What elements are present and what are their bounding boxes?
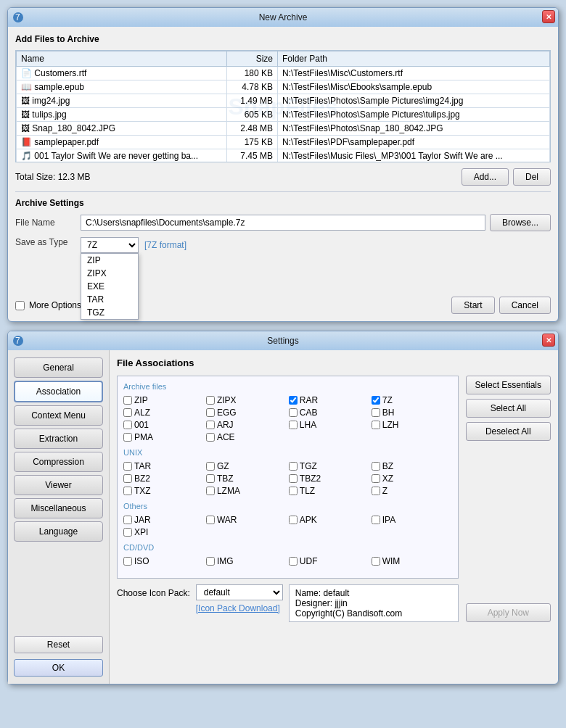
checkbox-tbz2[interactable] [289,474,298,483]
table-row[interactable]: 📖 sample.epub4.78 KBN:\TestFiles\Misc\Eb… [17,80,550,94]
checkbox-tgz[interactable] [289,462,298,471]
assoc-item-bz2[interactable]: BZ2 [123,473,204,484]
checkbox-lha[interactable] [289,421,298,429]
checkbox-rar[interactable] [289,396,298,405]
checkbox-tlz[interactable] [289,487,298,495]
checkbox-7z[interactable] [372,396,380,405]
assoc-item-war[interactable]: WAR [206,515,287,525]
assoc-item-001[interactable]: 001 [123,420,204,430]
assoc-item-xpi[interactable]: XPI [123,527,204,537]
filename-input[interactable] [81,215,485,231]
dropdown-item-zip[interactable]: ZIP [81,254,138,267]
table-row[interactable]: 🖼 Snap_180_8042.JPG2.48 MBN:\TestFiles\P… [17,122,550,136]
checkbox-udf[interactable] [289,557,298,566]
checkbox-ipa[interactable] [372,516,380,524]
assoc-item-bz[interactable]: BZ [372,461,452,471]
start-button[interactable]: Start [451,297,494,314]
sidebar-item-general[interactable]: General [14,357,103,378]
dropdown-item-exe[interactable]: EXE [81,280,138,293]
icon-pack-select[interactable]: default [196,584,283,600]
checkbox-wim[interactable] [372,557,380,566]
assoc-item-udf[interactable]: UDF [289,556,369,566]
assoc-item-bh[interactable]: BH [372,408,452,418]
assoc-item-tbz[interactable]: TBZ [206,473,287,484]
add-button[interactable]: Add... [462,168,509,186]
checkbox-pma[interactable] [123,433,132,442]
settings-close-button[interactable]: ✕ [542,334,555,347]
checkbox-egg[interactable] [206,408,215,417]
assoc-item-lha[interactable]: LHA [289,420,369,430]
archive-close-button[interactable]: ✕ [542,10,555,23]
checkbox-ace[interactable] [206,433,215,442]
checkbox-arj[interactable] [206,421,215,429]
table-row[interactable]: 📄 Customers.rtf180 KBN:\TestFiles\Misc\C… [17,67,550,80]
checkbox-gz[interactable] [206,462,215,471]
assoc-item-gz[interactable]: GZ [206,461,287,471]
ok-button[interactable]: OK [14,659,103,677]
assoc-item-7z[interactable]: 7Z [372,395,452,405]
checkbox-bz2[interactable] [123,474,132,483]
sidebar-item-extraction[interactable]: Extraction [14,429,103,449]
sidebar-item-miscellaneous[interactable]: Miscellaneous [14,498,103,518]
table-row[interactable]: 🎵 001 Taylor Swift We are never getting … [17,149,550,163]
checkbox-xpi[interactable] [123,528,132,537]
assoc-item-alz[interactable]: ALZ [123,408,204,418]
assoc-item-img[interactable]: IMG [206,556,287,566]
assoc-item-arj[interactable]: ARJ [206,420,287,430]
assoc-item-apk[interactable]: APK [289,515,369,525]
sidebar-item-compression[interactable]: Compression [14,452,103,472]
sidebar-item-context-menu[interactable]: Context Menu [14,405,103,426]
reset-button[interactable]: Reset [14,636,103,653]
checkbox-lzma[interactable] [206,487,215,495]
browse-button[interactable]: Browse... [490,214,551,231]
cancel-button[interactable]: Cancel [499,297,551,314]
checkbox-bz[interactable] [372,462,380,471]
sidebar-item-association[interactable]: Association [14,381,103,402]
checkbox-iso[interactable] [123,557,132,566]
sidebar-item-viewer[interactable]: Viewer [14,475,103,495]
select-essentials-button[interactable]: Select Essentials [466,376,551,394]
table-row[interactable]: 🖼 tulips.jpg605 KBN:\TestFiles\Photos\Sa… [17,108,550,122]
checkbox-lzh[interactable] [372,421,380,429]
dropdown-item-tar[interactable]: TAR [81,293,138,306]
checkbox-xz[interactable] [372,474,380,483]
sidebar-item-language[interactable]: Language [14,521,103,542]
assoc-item-pma[interactable]: PMA [123,432,204,442]
assoc-item-tgz[interactable]: TGZ [289,461,369,471]
checkbox-cab[interactable] [289,408,298,417]
checkbox-alz[interactable] [123,408,132,417]
checkbox-zip[interactable] [123,396,132,405]
dropdown-item-zipx[interactable]: ZIPX [81,267,138,280]
deselect-all-button[interactable]: Deselect All [466,422,551,441]
assoc-item-tar[interactable]: TAR [123,461,204,471]
assoc-item-wim[interactable]: WIM [372,556,452,566]
assoc-item-zipx[interactable]: ZIPX [206,395,287,405]
assoc-item-lzma[interactable]: LZMA [206,486,287,496]
table-row[interactable]: 🖼 img24.jpg1.49 MBN:\TestFiles\Photos\Sa… [17,94,550,108]
checkbox-bh[interactable] [372,408,380,417]
more-options-checkbox[interactable] [15,301,25,310]
checkbox-z[interactable] [372,487,380,495]
checkbox-001[interactable] [123,421,132,429]
assoc-item-tlz[interactable]: TLZ [289,486,369,496]
assoc-item-ace[interactable]: ACE [206,432,287,442]
checkbox-tbz[interactable] [206,474,215,483]
assoc-item-tbz2[interactable]: TBZ2 [289,473,369,484]
assoc-item-z[interactable]: Z [372,486,452,496]
assoc-item-zip[interactable]: ZIP [123,395,204,405]
checkbox-zipx[interactable] [206,396,215,405]
assoc-item-lzh[interactable]: LZH [372,420,452,430]
assoc-item-egg[interactable]: EGG [206,408,287,418]
checkbox-txz[interactable] [123,487,132,495]
assoc-item-iso[interactable]: ISO [123,556,204,566]
dropdown-item-tgz[interactable]: TGZ [81,306,138,319]
assoc-item-ipa[interactable]: IPA [372,515,452,525]
checkbox-war[interactable] [206,516,215,524]
checkbox-jar[interactable] [123,516,132,524]
assoc-item-xz[interactable]: XZ [372,473,452,484]
savetype-dropdown[interactable]: 7Z ZIP ZIPX EXE TAR TGZ [81,237,139,253]
table-row[interactable]: 📕 samplepaper.pdf175 KBN:\TestFiles\PDF\… [17,136,550,149]
assoc-item-cab[interactable]: CAB [289,408,369,418]
assoc-item-jar[interactable]: JAR [123,515,204,525]
del-button[interactable]: Del [513,168,551,186]
